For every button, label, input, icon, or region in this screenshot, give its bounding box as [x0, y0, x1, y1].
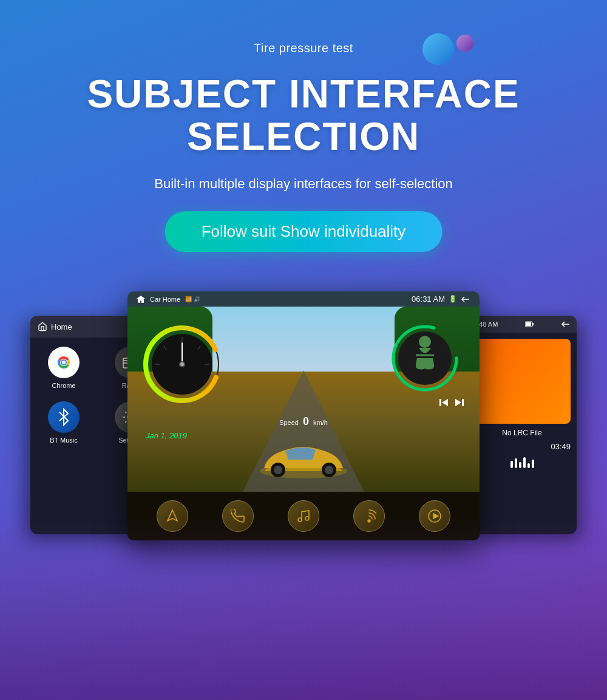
car-header-right: 06:31 AM 🔋 — [412, 294, 470, 304]
right-battery-icon — [525, 321, 534, 327]
deco-circles — [422, 33, 473, 65]
eq-bar-2 — [515, 458, 517, 468]
car-graphic — [255, 438, 352, 483]
home-text: Home — [51, 322, 72, 331]
phone-icon — [231, 509, 245, 523]
svg-rect-42 — [532, 323, 534, 325]
car-home-text: Car Home — [150, 296, 180, 303]
eq-bar-6 — [532, 460, 534, 468]
equalizer-display — [473, 456, 571, 468]
circle-purple — [456, 35, 473, 52]
svg-rect-35 — [462, 399, 464, 406]
svg-point-30 — [419, 336, 431, 348]
prev-track-icon[interactable] — [439, 398, 449, 407]
back-icon — [461, 296, 470, 303]
cta-button[interactable]: Follow suit Show individuality — [165, 211, 443, 252]
speed-value: 0 — [303, 415, 309, 427]
screens-container: Home Meili a 🎤 0 — [30, 291, 577, 552]
car-screen-header: Car Home 📶 🔊 06:31 AM 🔋 — [127, 291, 480, 307]
chrome-app-icon — [48, 347, 80, 378]
speed-label: Speed — [279, 419, 299, 426]
svg-point-4 — [62, 361, 66, 364]
sports-car-svg — [255, 438, 352, 480]
phone-control-btn[interactable] — [222, 500, 254, 532]
battery-icon: 🔋 — [449, 295, 457, 303]
nav-control-btn[interactable] — [157, 500, 188, 532]
music-controls-row — [439, 398, 464, 407]
svg-point-24 — [274, 466, 282, 474]
bt-app-icon — [48, 401, 80, 433]
cast-control-btn[interactable] — [353, 500, 385, 532]
chrome-label: Chrome — [52, 382, 75, 389]
speed-unit: km/h — [313, 419, 328, 426]
bt-music-label: BT Music — [50, 437, 78, 444]
app-bt-music[interactable]: BT Music — [36, 401, 91, 444]
eq-bar-5 — [527, 463, 530, 468]
chrome-svg-icon — [52, 351, 75, 374]
speed-display: Speed 0 km/h — [279, 415, 328, 428]
music-control-btn[interactable] — [288, 500, 319, 532]
screen-center: Car Home 📶 🔊 06:31 AM 🔋 — [127, 291, 480, 540]
right-screen-content: No LRC File 03:49 — [467, 333, 577, 474]
play-icon — [427, 509, 442, 523]
speed-gauge-container — [143, 325, 222, 406]
tire-pressure-label: Tire pressure test — [254, 41, 353, 55]
main-title-line1: SUBJECT INTERFACE — [87, 72, 520, 116]
house-icon — [137, 296, 145, 303]
car-header-left: Car Home 📶 🔊 — [137, 296, 200, 303]
svg-point-37 — [305, 517, 309, 520]
app-chrome[interactable]: Chrome — [36, 347, 91, 389]
svg-rect-33 — [439, 399, 441, 406]
eq-bar-4 — [523, 457, 526, 468]
next-track-icon[interactable] — [455, 398, 464, 407]
no-lrc-display: No LRC File — [473, 429, 571, 437]
svg-marker-40 — [433, 514, 438, 518]
eq-bar-1 — [510, 461, 513, 468]
screen-right-header: 6:48 AM — [467, 316, 577, 333]
svg-marker-34 — [455, 399, 461, 406]
navigation-icon — [165, 509, 180, 523]
svg-point-26 — [325, 466, 333, 474]
main-title: SUBJECT INTERFACE SELECTION — [87, 73, 520, 158]
screen-right: 6:48 AM No LRC File 03:49 — [467, 316, 577, 534]
subtitle: Built-in multiple display interfaces for… — [154, 176, 453, 192]
svg-rect-43 — [526, 322, 531, 326]
bluetooth-svg-icon — [56, 408, 71, 426]
eq-bar-3 — [519, 462, 521, 468]
music-note-icon — [296, 509, 311, 523]
main-title-line2: SELECTION — [187, 115, 420, 158]
album-art-box — [473, 339, 571, 424]
play-control-btn[interactable] — [419, 500, 450, 532]
speed-gauge-svg — [143, 325, 222, 404]
home-icon — [38, 322, 47, 331]
car-header-time: 06:31 AM — [412, 294, 445, 304]
home-label: Home — [38, 322, 72, 331]
svg-point-38 — [368, 520, 370, 522]
date-display: Jan 1, 2019 — [146, 431, 187, 440]
right-back-icon[interactable] — [561, 321, 571, 328]
music-circle-container — [392, 325, 458, 394]
svg-marker-32 — [442, 399, 448, 406]
svg-point-21 — [180, 362, 184, 366]
signal-icons: 📶 🔊 — [185, 296, 200, 302]
circle-blue — [422, 33, 454, 65]
music-circle-svg — [392, 325, 458, 392]
svg-point-36 — [298, 518, 302, 522]
time-display: 03:49 — [473, 442, 571, 451]
bottom-controls-bar — [127, 492, 480, 540]
cast-icon — [362, 509, 376, 523]
